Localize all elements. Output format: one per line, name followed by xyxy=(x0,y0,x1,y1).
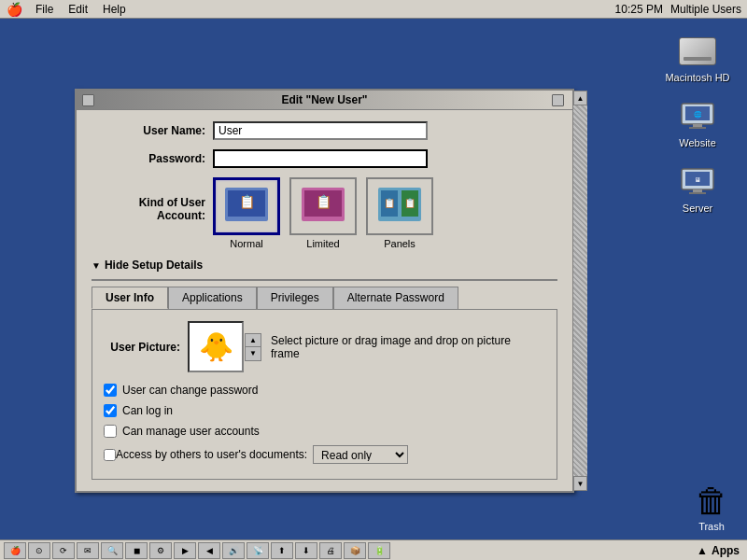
kind-panels-label: Panels xyxy=(384,238,416,249)
apps-triangle: ▲ xyxy=(697,544,708,557)
duck-icon: 🐥 xyxy=(199,330,233,363)
taskbar-item-3[interactable]: ⟳ xyxy=(52,542,75,559)
tab-alternate-password[interactable]: Alternate Password xyxy=(333,287,458,309)
taskbar-item-14[interactable]: 🖨 xyxy=(319,542,342,559)
setup-toggle-label: Hide Setup Details xyxy=(105,259,203,272)
kind-normal-btn[interactable]: 📋 xyxy=(213,177,280,235)
website-icon[interactable]: 🌐 Website xyxy=(665,98,730,148)
close-button[interactable] xyxy=(82,94,94,106)
password-label: Password: xyxy=(92,152,213,165)
access-row: Access by others to user's documents: Re… xyxy=(104,445,545,464)
taskbar-item-5[interactable]: 🔍 xyxy=(101,542,123,559)
apps-label: Apps xyxy=(712,544,740,557)
taskbar-item-2[interactable]: ⊙ xyxy=(28,542,50,559)
trash-image: 🗑 xyxy=(695,482,728,521)
password-row: Password: xyxy=(92,149,557,168)
access-checkbox[interactable] xyxy=(104,449,116,461)
username-row: User Name: xyxy=(92,121,557,140)
manage-accounts-checkbox[interactable] xyxy=(104,425,117,438)
svg-rect-7 xyxy=(693,189,702,192)
taskbar-item-12[interactable]: ⬆ xyxy=(271,542,293,559)
server-image: 🖥 xyxy=(679,163,716,201)
taskbar: 🍎 ⊙ ⟳ ✉ 🔍 ◼ ⚙ ▶ ◀ 🔊 📡 ⬆ ⬇ 🖨 📦 🔋 ▲ Apps xyxy=(0,539,747,560)
toggle-triangle: ▼ xyxy=(92,260,101,271)
kind-limited-btn[interactable]: 📋 xyxy=(289,177,357,235)
svg-text:🖥: 🖥 xyxy=(695,176,701,183)
tab-applications[interactable]: Applications xyxy=(168,287,257,309)
kind-panels[interactable]: 📋 📋 Panels xyxy=(366,177,433,249)
username-input[interactable] xyxy=(213,121,428,140)
change-password-label: User can change password xyxy=(122,384,258,397)
taskbar-apps: ▲ Apps xyxy=(697,544,743,557)
change-password-checkbox[interactable] xyxy=(104,384,117,397)
apple-menu[interactable]: 🍎 xyxy=(0,2,28,17)
edit-user-dialog: Edit "New User" User Name: Password: Kin… xyxy=(75,89,574,493)
scroll-thumb[interactable] xyxy=(573,105,587,476)
manage-accounts-row: Can manage user accounts xyxy=(104,425,545,438)
picture-down-arrow[interactable]: ▼ xyxy=(246,347,261,360)
setup-toggle[interactable]: ▼ Hide Setup Details xyxy=(92,259,557,272)
taskbar-item-7[interactable]: ⚙ xyxy=(149,542,172,559)
taskbar-item-4[interactable]: ✉ xyxy=(77,542,99,559)
trash-label: Trash xyxy=(698,521,725,532)
kind-row: Kind of User Account: 📋 Normal xyxy=(92,177,557,249)
dialog-content: User Name: Password: Kind of User Accoun… xyxy=(77,110,572,491)
kind-panels-btn[interactable]: 📋 📋 xyxy=(366,177,433,235)
taskbar-item-13[interactable]: ⬇ xyxy=(295,542,317,559)
svg-text:🌐: 🌐 xyxy=(694,110,702,119)
can-log-in-checkbox[interactable] xyxy=(104,404,117,417)
can-log-in-label: Can log in xyxy=(122,404,173,417)
menubar: 🍎 File Edit Help 10:25 PM Multiple Users xyxy=(0,0,747,19)
user-picture-frame: 🐥 xyxy=(188,321,244,372)
kind-normal[interactable]: 📋 Normal xyxy=(213,177,280,249)
app-name: Multiple Users xyxy=(670,3,741,16)
tab-user-info[interactable]: User Info xyxy=(92,287,168,309)
zoom-button[interactable] xyxy=(552,94,564,106)
scroll-up-btn[interactable]: ▲ xyxy=(573,91,587,105)
help-menu[interactable]: Help xyxy=(95,3,134,16)
picture-arrows: ▲ ▼ xyxy=(245,333,261,361)
svg-text:📋: 📋 xyxy=(316,194,332,210)
server-icon[interactable]: 🖥 Server xyxy=(665,163,730,214)
user-picture-row: User Picture: 🐥 ▲ ▼ Select picture or dr… xyxy=(104,321,545,372)
taskbar-item-10[interactable]: 🔊 xyxy=(222,542,245,559)
system-time: 10:25 PM xyxy=(615,3,663,16)
trash-icon[interactable]: 🗑 Trash xyxy=(695,482,728,532)
can-log-in-row: Can log in xyxy=(104,404,545,417)
taskbar-item-16[interactable]: 🔋 xyxy=(368,542,390,559)
taskbar-item-11[interactable]: 📡 xyxy=(247,542,269,559)
macintosh-hd-image xyxy=(679,33,716,70)
svg-rect-3 xyxy=(689,127,706,129)
server-label: Server xyxy=(683,203,712,214)
dialog-title: Edit "New User" xyxy=(97,93,552,106)
taskbar-item-8[interactable]: ▶ xyxy=(174,542,196,559)
kind-limited[interactable]: 📋 Limited xyxy=(289,177,357,249)
taskbar-item-15[interactable]: 📦 xyxy=(344,542,366,559)
username-label: User Name: xyxy=(92,124,213,137)
kind-limited-label: Limited xyxy=(306,238,339,249)
kind-normal-label: Normal xyxy=(230,238,262,249)
dialog-titlebar: Edit "New User" xyxy=(77,91,572,110)
svg-rect-2 xyxy=(693,124,702,127)
password-input[interactable] xyxy=(213,149,428,168)
taskbar-item-1[interactable]: 🍎 xyxy=(4,542,26,559)
picture-up-arrow[interactable]: ▲ xyxy=(246,334,261,347)
scroll-down-btn[interactable]: ▼ xyxy=(573,476,587,491)
taskbar-item-6[interactable]: ◼ xyxy=(125,542,148,559)
picture-hint: Select picture or drag image and drop on… xyxy=(271,334,523,360)
edit-menu[interactable]: Edit xyxy=(61,3,95,16)
tabs: User Info Applications Privileges Altern… xyxy=(92,287,557,309)
manage-accounts-label: Can manage user accounts xyxy=(122,425,260,438)
svg-rect-8 xyxy=(689,192,706,194)
user-picture-label: User Picture: xyxy=(104,341,188,354)
dialog-scrollbar[interactable]: ▲ ▼ xyxy=(572,91,587,491)
website-label: Website xyxy=(679,137,716,148)
access-dropdown[interactable]: Read only Read & Write None xyxy=(313,445,408,464)
website-image: 🌐 xyxy=(679,98,716,135)
file-menu[interactable]: File xyxy=(28,3,61,16)
kind-label: Kind of User Account: xyxy=(92,177,213,222)
taskbar-item-9[interactable]: ◀ xyxy=(198,542,220,559)
tab-privileges[interactable]: Privileges xyxy=(257,287,333,309)
macintosh-hd-icon[interactable]: Macintosh HD xyxy=(665,33,730,83)
svg-text:📋: 📋 xyxy=(384,197,396,209)
